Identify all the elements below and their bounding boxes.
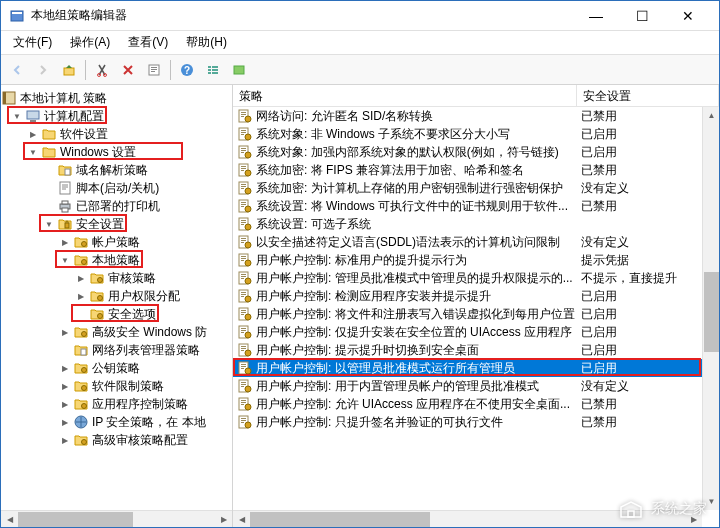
tree-root[interactable]: 本地计算机 策略 — [1, 89, 232, 107]
policy-row[interactable]: 用户帐户控制: 标准用户的提升提示行为提示凭据 — [233, 251, 719, 269]
list-button[interactable] — [227, 58, 251, 82]
tree-item[interactable]: 网络列表管理器策略 — [1, 341, 232, 359]
properties-button[interactable] — [142, 58, 166, 82]
tree-toggle-icon[interactable]: ▶ — [59, 236, 71, 248]
policy-row[interactable]: 系统对象: 非 Windows 子系统不要求区分大小写已启用 — [233, 125, 719, 143]
maximize-button[interactable]: ☐ — [619, 2, 665, 30]
delete-button[interactable] — [116, 58, 140, 82]
tree-toggle-icon[interactable]: ▶ — [75, 272, 87, 284]
tree-item[interactable]: ▶用户权限分配 — [1, 287, 232, 305]
tree-item[interactable]: ▼计算机配置 — [1, 107, 232, 125]
close-button[interactable]: ✕ — [665, 2, 711, 30]
svg-rect-43 — [241, 116, 244, 117]
tree-toggle-icon[interactable]: ▼ — [43, 218, 55, 230]
col-setting[interactable]: 安全设置 — [577, 85, 719, 106]
tree-item[interactable]: ▶IP 安全策略，在 本地 — [1, 413, 232, 431]
scroll-up-button[interactable]: ▲ — [703, 107, 719, 124]
tree-item-label: 高级审核策略配置 — [92, 432, 188, 449]
scroll-thumb[interactable] — [704, 272, 719, 352]
tree-toggle-icon[interactable]: ▶ — [59, 398, 71, 410]
tree-toggle-icon[interactable] — [43, 164, 55, 176]
svg-rect-27 — [65, 223, 69, 228]
tree-toggle-icon[interactable]: ▼ — [11, 110, 23, 122]
menu-file[interactable]: 文件(F) — [5, 32, 60, 53]
policy-row[interactable]: 系统设置: 可选子系统 — [233, 215, 719, 233]
policy-row[interactable]: 用户帐户控制: 将文件和注册表写入错误虚拟化到每用户位置已启用 — [233, 305, 719, 323]
tree-item-label: 已部署的打印机 — [76, 198, 160, 215]
tree-item[interactable]: ▼本地策略 — [1, 251, 232, 269]
tree-item[interactable]: ▶高级安全 Windows 防 — [1, 323, 232, 341]
tree-toggle-icon[interactable]: ▶ — [75, 290, 87, 302]
col-policy[interactable]: 策略 — [233, 85, 577, 106]
svg-rect-6 — [151, 67, 157, 68]
minimize-button[interactable]: — — [573, 2, 619, 30]
tree-item[interactable]: ▶公钥策略 — [1, 359, 232, 377]
list-vscrollbar[interactable]: ▲ ▼ — [702, 107, 719, 510]
help-button[interactable]: ? — [175, 58, 199, 82]
policy-row[interactable]: 用户帐户控制: 管理员批准模式中管理员的提升权限提示的...不提示，直接提升 — [233, 269, 719, 287]
policy-name: 用户帐户控制: 提示提升时切换到安全桌面 — [256, 342, 479, 359]
tree-item[interactable]: 安全选项 — [1, 305, 232, 323]
tree-item[interactable]: ▶应用程序控制策略 — [1, 395, 232, 413]
tree-item[interactable]: ▶高级审核策略配置 — [1, 431, 232, 449]
tree-toggle-icon[interactable] — [43, 182, 55, 194]
policy-row[interactable]: 用户帐户控制: 允许 UIAccess 应用程序在不使用安全桌面...已禁用 — [233, 395, 719, 413]
tree-toggle-icon[interactable] — [43, 200, 55, 212]
list-hscrollbar[interactable]: ◀ ▶ — [233, 510, 702, 527]
tree-toggle-icon[interactable]: ▼ — [59, 254, 71, 266]
tree-item[interactable]: 脚本(启动/关机) — [1, 179, 232, 197]
scroll-left-button[interactable]: ◀ — [233, 511, 250, 527]
tree-item[interactable]: ▶软件限制策略 — [1, 377, 232, 395]
tree-toggle-icon[interactable] — [59, 344, 71, 356]
tree-item[interactable]: ▼Windows 设置 — [1, 143, 232, 161]
policy-row[interactable]: 用户帐户控制: 以管理员批准模式运行所有管理员已启用 — [233, 359, 719, 377]
menu-action[interactable]: 操作(A) — [62, 32, 118, 53]
tree-item[interactable]: ▶帐户策略 — [1, 233, 232, 251]
policy-row[interactable]: 用户帐户控制: 仅提升安装在安全位置的 UIAccess 应用程序已启用 — [233, 323, 719, 341]
up-button[interactable] — [57, 58, 81, 82]
details-button[interactable] — [201, 58, 225, 82]
menu-view[interactable]: 查看(V) — [120, 32, 176, 53]
scroll-thumb[interactable] — [18, 512, 133, 527]
policy-row[interactable]: 系统加密: 为计算机上存储的用户密钥强制进行强密钥保护没有定义 — [233, 179, 719, 197]
menu-help[interactable]: 帮助(H) — [178, 32, 235, 53]
tree-item[interactable]: ▶审核策略 — [1, 269, 232, 287]
tree-item[interactable]: 域名解析策略 — [1, 161, 232, 179]
scroll-thumb[interactable] — [250, 512, 430, 527]
policy-row[interactable]: 以安全描述符定义语言(SDDL)语法表示的计算机访问限制没有定义 — [233, 233, 719, 251]
policy-name: 网络访问: 允许匿名 SID/名称转换 — [256, 108, 433, 125]
tree-toggle-icon[interactable]: ▶ — [59, 326, 71, 338]
tree-item[interactable]: ▼安全设置 — [1, 215, 232, 233]
policy-row[interactable]: 系统对象: 加强内部系统对象的默认权限(例如，符号链接)已启用 — [233, 143, 719, 161]
tree-toggle-icon[interactable]: ▶ — [59, 362, 71, 374]
tree-toggle-icon[interactable] — [75, 308, 87, 320]
policy-row[interactable]: 用户帐户控制: 只提升签名并验证的可执行文件已禁用 — [233, 413, 719, 431]
tree-toggle-icon[interactable]: ▶ — [59, 434, 71, 446]
policy-row[interactable]: 用户帐户控制: 用于内置管理员帐户的管理员批准模式没有定义 — [233, 377, 719, 395]
back-button[interactable] — [5, 58, 29, 82]
folder-s-icon — [73, 378, 89, 394]
svg-point-49 — [245, 134, 251, 140]
policy-list[interactable]: 网络访问: 允许匿名 SID/名称转换已禁用系统对象: 非 Windows 子系… — [233, 107, 719, 527]
policy-row[interactable]: 系统设置: 将 Windows 可执行文件中的证书规则用于软件...已禁用 — [233, 197, 719, 215]
cut-button[interactable] — [90, 58, 114, 82]
scroll-left-button[interactable]: ◀ — [1, 511, 18, 527]
tree-toggle-icon[interactable]: ▶ — [27, 128, 39, 140]
policy-row[interactable]: 网络访问: 允许匿名 SID/名称转换已禁用 — [233, 107, 719, 125]
policy-row[interactable]: 用户帐户控制: 提示提升时切换到安全桌面已启用 — [233, 341, 719, 359]
scroll-right-button[interactable]: ▶ — [215, 511, 232, 527]
tree-item[interactable]: 已部署的打印机 — [1, 197, 232, 215]
tree-toggle-icon[interactable]: ▶ — [59, 380, 71, 392]
tree-hscrollbar[interactable]: ◀ ▶ — [1, 510, 232, 527]
tree-toggle-icon[interactable]: ▼ — [27, 146, 39, 158]
policy-row[interactable]: 系统加密: 将 FIPS 兼容算法用于加密、哈希和签名已禁用 — [233, 161, 719, 179]
policy-row[interactable]: 用户帐户控制: 检测应用程序安装并提示提升已启用 — [233, 287, 719, 305]
folder-s-icon — [73, 396, 89, 412]
tree-item[interactable]: ▶软件设置 — [1, 125, 232, 143]
policy-tree[interactable]: 本地计算机 策略 ▼计算机配置▶软件设置▼Windows 设置域名解析策略脚本(… — [1, 85, 232, 453]
scroll-right-button[interactable]: ▶ — [685, 511, 702, 527]
scroll-down-button[interactable]: ▼ — [703, 493, 719, 510]
forward-button[interactable] — [31, 58, 55, 82]
tree-toggle-icon[interactable]: ▶ — [59, 416, 71, 428]
tree-panel[interactable]: 本地计算机 策略 ▼计算机配置▶软件设置▼Windows 设置域名解析策略脚本(… — [1, 85, 233, 527]
